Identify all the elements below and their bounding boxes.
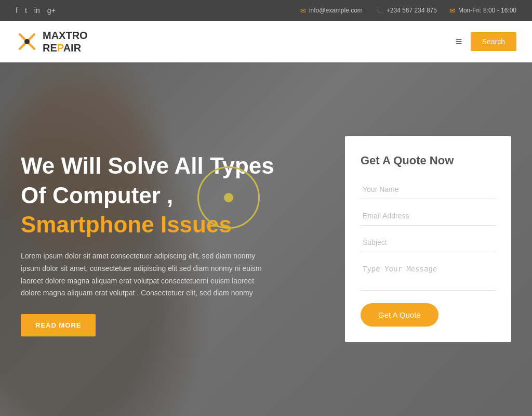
menu-toggle[interactable]: ≡ — [456, 35, 462, 48]
circle-decoration — [197, 166, 260, 229]
linkedin-icon[interactable]: in — [34, 6, 40, 15]
hours-icon: ✉ — [449, 7, 455, 15]
read-more-button[interactable]: READ MORE — [21, 314, 96, 336]
logo-text: MAXTRO REPAIR — [43, 29, 88, 54]
phone-text: +234 567 234 875 — [387, 7, 437, 14]
circle-inner — [224, 193, 233, 202]
name-input[interactable] — [361, 180, 496, 199]
hero-text: We Will Solve All Types Of Computer , Sm… — [21, 142, 324, 337]
message-input[interactable] — [361, 259, 496, 291]
quote-form: Get A Quote Now Get A Quote — [345, 136, 511, 342]
hero-title-orange: Smartphone Issues — [21, 211, 324, 239]
top-bar: f t in g+ ✉ info@example.com 📞 +234 567 … — [0, 0, 532, 21]
email-text: info@example.com — [309, 7, 363, 14]
phone-icon: 📞 — [375, 7, 383, 15]
logo[interactable]: MAXTRO REPAIR — [16, 29, 88, 54]
svg-point-2 — [24, 39, 30, 44]
contact-info: ✉ info@example.com 📞 +234 567 234 875 ✉ … — [300, 7, 516, 15]
header-right: ≡ Search — [456, 32, 516, 51]
hero-description: Lorem ipsum dolor sit amet consectetuer … — [21, 250, 270, 300]
search-button[interactable]: Search — [471, 32, 516, 51]
hours-info: ✉ Mon-Fri: 8:00 - 16:00 — [449, 7, 516, 15]
email-icon: ✉ — [300, 7, 306, 15]
googleplus-icon[interactable]: g+ — [47, 6, 56, 15]
quote-form-title: Get A Quote Now — [361, 154, 496, 167]
hero-title-line2: Of Computer , — [21, 182, 324, 210]
logo-icon — [16, 30, 38, 53]
social-links: f t in g+ — [16, 6, 56, 15]
hero-section: We Will Solve All Types Of Computer , Sm… — [0, 62, 532, 416]
hours-text: Mon-Fri: 8:00 - 16:00 — [458, 7, 516, 14]
get-quote-button[interactable]: Get A Quote — [361, 303, 438, 327]
header: MAXTRO REPAIR ≡ Search — [0, 21, 532, 62]
logo-accent: P — [57, 42, 63, 54]
subject-input[interactable] — [361, 233, 496, 252]
email-input[interactable] — [361, 206, 496, 226]
facebook-icon[interactable]: f — [16, 6, 18, 15]
email-info: ✉ info@example.com — [300, 7, 363, 15]
hero-title-line1: We Will Solve All Types — [21, 152, 324, 180]
phone-info: 📞 +234 567 234 875 — [375, 7, 437, 15]
twitter-icon[interactable]: t — [25, 6, 27, 15]
hero-content: We Will Solve All Types Of Computer , Sm… — [0, 62, 532, 416]
